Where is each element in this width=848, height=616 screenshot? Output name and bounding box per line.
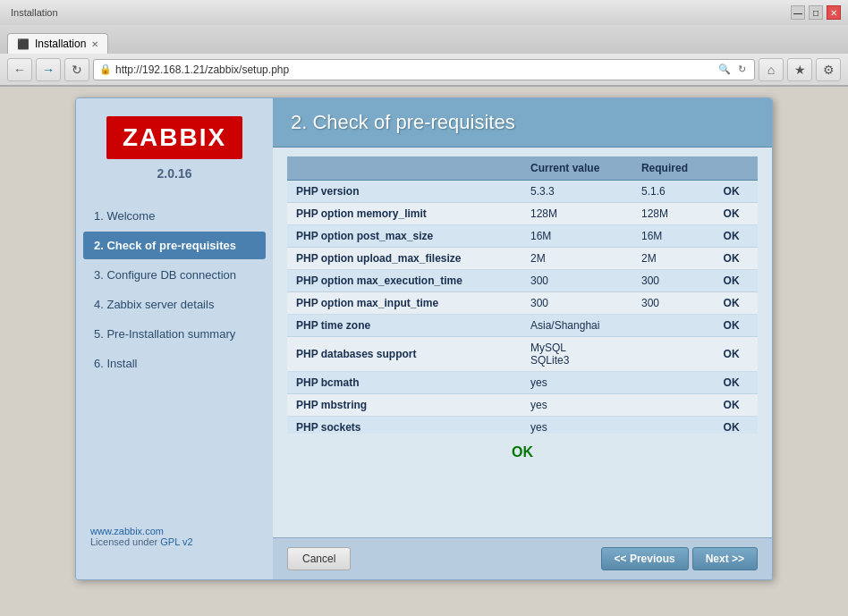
tab-bar: ⬛ Installation ✕ [0,25,848,54]
tab-close-button[interactable]: ✕ [91,39,98,49]
page-title: 2. Check of pre-requisites [291,111,754,134]
sidebar-item-prereqs[interactable]: 2. Check of pre-requisites [83,232,266,259]
row-current: 300 [522,292,632,315]
minimize-button[interactable]: — [791,5,805,20]
row-name: PHP version [287,181,522,203]
row-current: Asia/Shanghai [522,315,632,337]
table-row: PHP time zoneAsia/ShanghaiOK [287,315,758,337]
sidebar: ZABBIX 2.0.16 1. Welcome 2. Check of pre… [76,98,273,579]
row-current: 5.3.3 [522,181,632,203]
table-row: PHP option post_max_size16M16MOK [287,225,758,248]
row-current: yes [522,372,632,394]
row-name: PHP option max_execution_time [287,270,522,292]
col-status-header [715,156,758,181]
table-row: PHP option upload_max_filesize2M2MOK [287,248,758,270]
search-address-icon[interactable]: 🔍 [716,63,734,76]
sidebar-item-server[interactable]: 4. Zabbix server details [83,291,266,318]
close-button[interactable]: ✕ [827,5,841,20]
security-icon: 🔒 [99,63,112,75]
row-name: PHP option upload_max_filesize [287,248,522,270]
sidebar-footer: www.zabbix.com Licensed under GPL v2 [76,511,273,561]
row-current: yes [522,417,632,435]
col-required-header: Required [632,156,715,181]
col-current-header: Current value [522,156,632,181]
main-container: ZABBIX 2.0.16 1. Welcome 2. Check of pre… [75,97,773,580]
table-row: PHP socketsyesOK [287,417,758,435]
maximize-button[interactable]: □ [809,5,823,20]
settings-button[interactable]: ⚙ [816,58,841,81]
overall-status: OK [512,444,533,460]
row-name: PHP bcmath [287,372,522,394]
table-wrapper: Current value Required PHP version5.3.35… [273,148,772,537]
row-status: OK [715,270,758,292]
logo-box: ZABBIX [106,116,242,159]
col-name-header [287,156,522,181]
row-name: PHP databases support [287,337,522,372]
footer-bar: Cancel << Previous Next >> [273,537,772,579]
browser-tab[interactable]: ⬛ Installation ✕ [7,33,108,54]
row-name: PHP option max_input_time [287,292,522,315]
row-status: OK [715,203,758,225]
title-bar: Installation — □ ✕ [0,0,848,25]
row-name: PHP time zone [287,315,522,337]
url-text: http://192.168.1.21/zabbix/setup.php [115,63,712,76]
previous-button[interactable]: << Previous [601,547,689,570]
table-row: PHP option max_input_time300300OK [287,292,758,315]
row-current: 2M [522,248,632,270]
address-actions: 🔍 ↻ [716,63,749,76]
nav-items: 1. Welcome 2. Check of pre-requisites 3.… [76,202,273,379]
table-row: PHP mbstringyesOK [287,394,758,417]
refresh-address-icon[interactable]: ↻ [735,63,749,76]
requirements-table: Current value Required PHP version5.3.35… [287,156,758,434]
table-row: PHP option memory_limit128M128MOK [287,203,758,225]
row-name: PHP mbstring [287,394,522,417]
license-text: Licensed under [90,536,160,547]
sidebar-item-welcome[interactable]: 1. Welcome [83,202,266,230]
zabbix-link[interactable]: www.zabbix.com [90,526,164,536]
home-button[interactable]: ⌂ [759,58,784,81]
page-area: ZABBIX 2.0.16 1. Welcome 2. Check of pre… [0,87,848,616]
sidebar-item-db[interactable]: 3. Configure DB connection [83,261,266,289]
tab-title: Installation [35,38,86,50]
cancel-button[interactable]: Cancel [287,547,351,570]
row-status: OK [715,372,758,394]
row-current: 128M [522,203,632,225]
row-required: 300 [632,270,715,292]
row-status: OK [715,315,758,337]
row-required [632,417,715,435]
content-header: 2. Check of pre-requisites [273,98,772,148]
tab-favicon: ⬛ [17,38,30,50]
table-row: PHP bcmathyesOK [287,372,758,394]
next-button[interactable]: Next >> [692,547,758,570]
bookmark-button[interactable]: ★ [787,58,812,81]
table-row: PHP option max_execution_time300300OK [287,270,758,292]
row-required [632,394,715,417]
version-text: 2.0.16 [157,166,192,181]
refresh-button[interactable]: ↻ [64,58,89,81]
row-status: OK [715,248,758,270]
address-bar[interactable]: 🔒 http://192.168.1.21/zabbix/setup.php 🔍… [93,59,755,80]
sidebar-item-summary[interactable]: 5. Pre-Installation summary [83,320,266,348]
row-current: yes [522,394,632,417]
nav-button-group: << Previous Next >> [601,547,758,570]
row-required [632,337,715,372]
row-current: 300 [522,270,632,292]
logo-text: ZABBIX [123,123,226,152]
content-area: 2. Check of pre-requisites Current value… [273,98,772,579]
table-row: PHP version5.3.35.1.6OK [287,181,758,203]
row-status: OK [715,337,758,372]
table-scroll[interactable]: Current value Required PHP version5.3.35… [287,156,758,434]
gpl-link[interactable]: GPL v2 [160,536,192,547]
back-button[interactable]: ← [7,58,32,81]
row-required [632,372,715,394]
browser-chrome: Installation — □ ✕ ⬛ Installation ✕ ← → … [0,0,848,87]
row-required [632,315,715,337]
status-section: OK [287,434,758,471]
row-status: OK [715,292,758,315]
forward-button[interactable]: → [36,58,61,81]
row-required: 300 [632,292,715,315]
navigation-bar: ← → ↻ 🔒 http://192.168.1.21/zabbix/setup… [0,54,848,86]
row-required: 16M [632,225,715,248]
table-row: PHP databases supportMySQLSQLite3OK [287,337,758,372]
sidebar-item-install[interactable]: 6. Install [83,350,266,377]
